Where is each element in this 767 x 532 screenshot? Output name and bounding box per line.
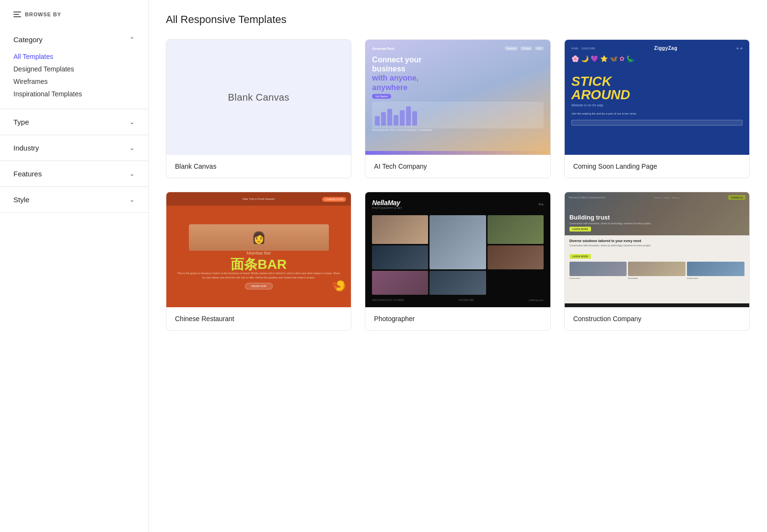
main-content: All Responsive Templates Blank Canvas Bl… — [149, 0, 767, 532]
construction-body: Diverse solutions tailored to your every… — [565, 235, 749, 283]
ai-headline: Connect yourbusinesswith anyone,anywhere — [372, 55, 543, 92]
category-section: Category ⌃ All Templates Designed Templa… — [0, 27, 148, 109]
chinese-thumb: Side Trip to Food Heaven CHINESE FOOD 👩 … — [166, 192, 351, 307]
template-card-construction[interactable]: Thomas & Collins Constructors Inc. Servi… — [564, 192, 750, 331]
construction-images — [569, 262, 744, 276]
page-title: All Responsive Templates — [166, 13, 750, 26]
template-thumbnail-chinese: Side Trip to Food Heaven CHINESE FOOD 👩 … — [166, 192, 351, 307]
template-name-chinese-restaurant: Chinese Restaurant — [166, 307, 351, 330]
template-thumbnail-construction: Thomas & Collins Constructors Inc. Servi… — [565, 192, 749, 307]
browse-by-header: BROWSE BY — [0, 12, 148, 27]
ai-nav: GenerateTech Features Pricing FAQ — [372, 46, 543, 50]
template-thumbnail-ai: GenerateTech Features Pricing FAQ Connec… — [365, 40, 550, 155]
chinese-btn: ORDER NOW — [245, 283, 273, 289]
industry-section: Industry ⌄ — [0, 135, 148, 161]
sidebar: BROWSE BY Category ⌃ All Templates Desig… — [0, 0, 149, 532]
photo-footer: SAN FRANCISCO, CA 94568 415-999-1568 nei… — [372, 299, 543, 301]
industry-header[interactable]: Industry ⌄ — [13, 144, 135, 152]
photo-grid — [372, 215, 543, 295]
category-chevron: ⌃ — [129, 36, 135, 43]
template-thumbnail-blank: Blank Canvas — [166, 40, 351, 155]
industry-chevron: ⌄ — [129, 144, 135, 151]
sidebar-item-inspirational-templates[interactable]: Inspirational Templates — [13, 88, 135, 100]
sidebar-item-designed-templates[interactable]: Designed Templates — [13, 63, 135, 75]
coming-tagline: Join the waiting list and be a part of o… — [571, 112, 743, 116]
features-label: Features — [13, 170, 42, 178]
ai-thumb: GenerateTech Features Pricing FAQ Connec… — [365, 40, 550, 155]
photo-thumb: NellaMay PHOTOGRAPHY & ART Blog — [365, 192, 550, 307]
template-name-photographer: Photographer — [365, 307, 550, 330]
sidebar-item-all-templates[interactable]: All Templates — [13, 50, 135, 63]
features-header[interactable]: Features ⌄ — [13, 170, 135, 178]
type-label: Type — [13, 118, 29, 126]
template-card-blank-canvas[interactable]: Blank Canvas Blank Canvas — [166, 39, 351, 178]
chinese-body: This is the space to introduce visitors … — [171, 271, 346, 280]
type-section: Type ⌄ — [0, 109, 148, 135]
template-card-photographer[interactable]: NellaMay PHOTOGRAPHY & ART Blog — [365, 192, 550, 331]
chinese-headline: 面条BAR — [231, 258, 287, 271]
category-items: All Templates Designed Templates Wirefra… — [13, 50, 135, 100]
chinese-name: Miantiao Bar — [246, 251, 271, 255]
template-name-ai-tech: AI Tech Company — [365, 155, 550, 178]
features-chevron: ⌄ — [129, 170, 135, 177]
features-section: Features ⌄ — [0, 161, 148, 187]
template-thumbnail-photo: NellaMay PHOTOGRAPHY & ART Blog — [365, 192, 550, 307]
chinese-badge: CHINESE FOOD — [322, 197, 346, 202]
filter-icon — [13, 12, 21, 17]
style-chevron: ⌄ — [129, 196, 135, 203]
type-chevron: ⌄ — [129, 118, 135, 126]
style-label: Style — [13, 196, 29, 204]
template-name-construction: Construction Company — [565, 307, 749, 330]
browse-by-label: BROWSE BY — [25, 12, 61, 17]
sidebar-item-wireframes[interactable]: Wireframes — [13, 75, 135, 88]
industry-label: Industry — [13, 144, 39, 152]
style-section: Style ⌄ — [0, 187, 148, 213]
coming-input — [571, 120, 743, 126]
photo-header: NellaMay PHOTOGRAPHY & ART Blog — [372, 199, 543, 209]
coming-nav: HOME SUBSCRIBE ZiggyZag ⊕ ⊗ — [571, 46, 743, 51]
template-card-coming-soon[interactable]: HOME SUBSCRIBE ZiggyZag ⊕ ⊗ 🌸 🌙 — [564, 39, 750, 178]
template-name-coming-soon: Coming Soon Landing Page — [565, 155, 749, 178]
construction-hero: Thomas & Collins Constructors Inc. Servi… — [565, 192, 749, 235]
construction-subtitle: Diverse solutions tailored to your every… — [569, 239, 744, 243]
coming-thumb: HOME SUBSCRIBE ZiggyZag ⊕ ⊗ 🌸 🌙 — [565, 40, 749, 155]
blank-canvas-thumb: Blank Canvas — [166, 40, 351, 155]
template-card-chinese-restaurant[interactable]: Side Trip to Food Heaven CHINESE FOOD 👩 … — [166, 192, 351, 331]
photo-nav: Blog — [539, 203, 544, 206]
coming-headline: STICKAROUND — [571, 75, 743, 102]
template-card-ai-tech[interactable]: GenerateTech Features Pricing FAQ Connec… — [365, 39, 550, 178]
category-label: Category — [13, 35, 43, 44]
template-name-blank-canvas: Blank Canvas — [166, 155, 351, 178]
template-thumbnail-coming: HOME SUBSCRIBE ZiggyZag ⊕ ⊗ 🌸 🌙 — [565, 40, 749, 155]
ai-sub: Revolutionize Your Communication Capabil… — [372, 128, 543, 131]
construction-hero-text: Building trust — [569, 214, 651, 221]
chinese-image: 👩 — [189, 224, 329, 251]
type-header[interactable]: Type ⌄ — [13, 118, 135, 126]
templates-grid: Blank Canvas Blank Canvas GenerateTech F… — [166, 39, 750, 331]
photo-brand: NellaMay — [372, 199, 402, 207]
construction-thumb: Thomas & Collins Constructors Inc. Servi… — [565, 192, 749, 307]
coming-sub: Website is on it's way — [571, 104, 743, 107]
ai-btn: Get Started — [372, 94, 391, 99]
category-header[interactable]: Category ⌃ — [13, 35, 135, 44]
style-header[interactable]: Style ⌄ — [13, 196, 135, 204]
